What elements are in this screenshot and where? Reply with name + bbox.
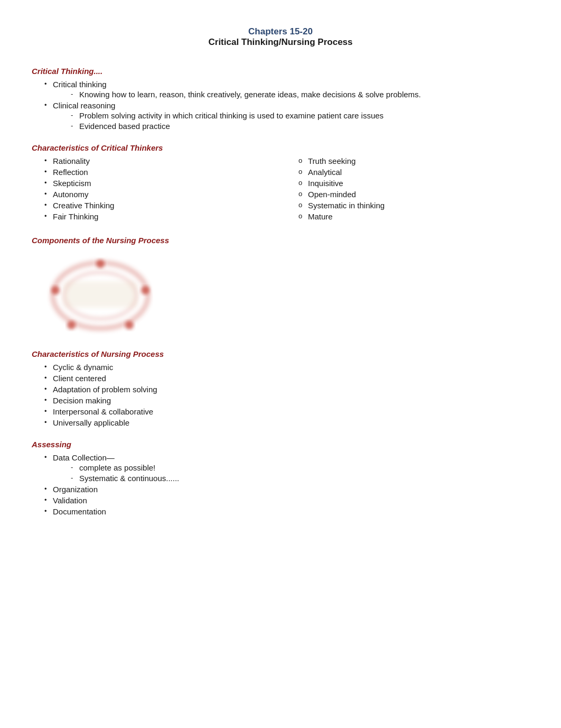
svg-point-2 [96, 260, 105, 268]
assessing-list: Data Collection— complete as possible! S… [32, 453, 529, 516]
list-item: Truth seeking [296, 156, 529, 165]
list-item: Systematic & continuous...... [69, 474, 529, 483]
list-item: Universally applicable [42, 418, 529, 427]
right-list: Truth seeking Analytical Inquisitive Ope… [286, 156, 529, 221]
list-item: Skepticism [42, 179, 275, 188]
list-item: Analytical [296, 168, 529, 177]
list-item: Data Collection— complete as possible! S… [42, 453, 529, 483]
critical-thinking-heading: Critical Thinking.... [32, 67, 529, 76]
components-nursing-process-section: Components of the Nursing Process [32, 236, 529, 337]
list-item: Fair Thinking [42, 212, 275, 221]
list-item: Validation [42, 496, 529, 505]
list-item: Documentation [42, 507, 529, 516]
list-item: complete as possible! [69, 463, 529, 472]
critical-thinking-section: Critical Thinking.... Critical thinking … [32, 67, 529, 131]
list-item: Decision making [42, 396, 529, 405]
list-item: Creative Thinking [42, 201, 275, 210]
two-column-layout: Rationality Reflection Skepticism Autono… [32, 156, 529, 223]
list-item: Clinical reasoning Problem solving activ… [42, 101, 529, 131]
svg-point-3 [141, 286, 149, 294]
list-item: Reflection [42, 168, 275, 177]
list-item: Cyclic & dynamic [42, 363, 529, 372]
chapter-title: Chapters 15-20 [32, 26, 529, 37]
sub-list: complete as possible! Systematic & conti… [53, 463, 529, 483]
page-header: Chapters 15-20 Critical Thinking/Nursing… [32, 26, 529, 48]
svg-point-4 [125, 321, 134, 329]
list-item: Systematic in thinking [296, 201, 529, 210]
left-column: Rationality Reflection Skepticism Autono… [32, 156, 275, 223]
list-item: Problem solving activity in which critic… [69, 111, 529, 120]
list-item: Rationality [42, 156, 275, 165]
chapter-subtitle: Critical Thinking/Nursing Process [32, 37, 529, 48]
list-item: Autonomy [42, 190, 275, 199]
diagram-svg [32, 252, 153, 337]
list-item: Adaptation of problem solving [42, 385, 529, 394]
list-item: Organization [42, 485, 529, 494]
list-item: Interpersonal & collaborative [42, 407, 529, 416]
list-item: Critical thinking Knowing how to learn, … [42, 80, 529, 99]
characteristics-nursing-list: Cyclic & dynamic Client centered Adaptat… [32, 363, 529, 427]
components-nursing-process-heading: Components of the Nursing Process [32, 236, 529, 245]
list-item: Evidenced based practice [69, 122, 529, 131]
svg-point-5 [67, 321, 76, 329]
svg-rect-7 [63, 281, 137, 308]
left-list: Rationality Reflection Skepticism Autono… [32, 156, 275, 221]
sub-list: Knowing how to learn, reason, think crea… [53, 90, 529, 99]
characteristics-nursing-process-heading: Characteristics of Nursing Process [32, 349, 529, 358]
list-item: Mature [296, 212, 529, 221]
critical-thinking-list: Critical thinking Knowing how to learn, … [32, 80, 529, 131]
list-item: Open-minded [296, 190, 529, 199]
nursing-process-diagram [32, 252, 153, 337]
right-column: Truth seeking Analytical Inquisitive Ope… [275, 156, 529, 223]
svg-point-6 [51, 286, 60, 294]
assessing-heading: Assessing [32, 440, 529, 449]
list-item: Client centered [42, 374, 529, 383]
assessing-section: Assessing Data Collection— complete as p… [32, 440, 529, 516]
characteristics-critical-thinkers-heading: Characteristics of Critical Thinkers [32, 143, 529, 152]
characteristics-critical-thinkers-section: Characteristics of Critical Thinkers Rat… [32, 143, 529, 223]
characteristics-nursing-process-section: Characteristics of Nursing Process Cycli… [32, 349, 529, 427]
list-item: Knowing how to learn, reason, think crea… [69, 90, 529, 99]
sub-list: Problem solving activity in which critic… [53, 111, 529, 131]
list-item: Inquisitive [296, 179, 529, 188]
